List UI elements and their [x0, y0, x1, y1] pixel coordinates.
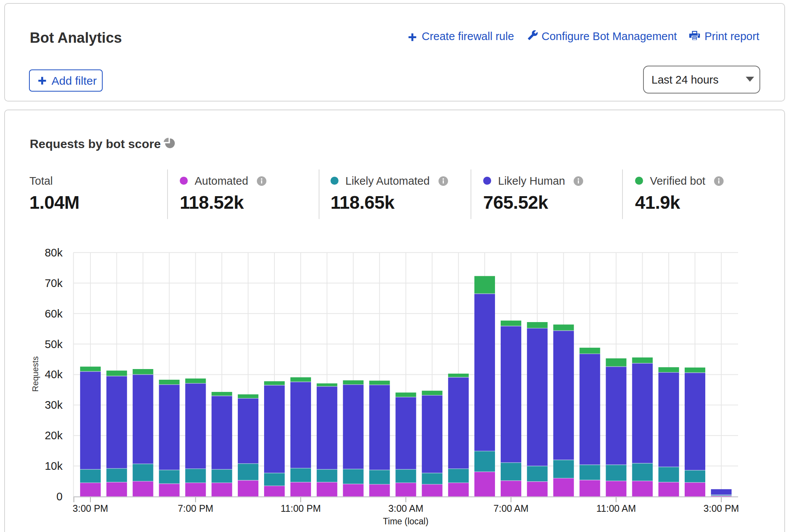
- svg-text:0: 0: [56, 490, 63, 503]
- svg-text:20k: 20k: [45, 429, 63, 442]
- svg-text:60k: 60k: [45, 308, 63, 320]
- svg-text:40k: 40k: [45, 368, 63, 380]
- svg-text:30k: 30k: [45, 399, 63, 411]
- svg-text:Requests: Requests: [31, 356, 40, 392]
- svg-text:10k: 10k: [45, 460, 63, 472]
- svg-text:3:00 PM: 3:00 PM: [703, 503, 739, 514]
- svg-text:11:00 AM: 11:00 AM: [597, 503, 636, 514]
- svg-text:7:00 AM: 7:00 AM: [493, 503, 529, 514]
- svg-text:7:00 PM: 7:00 PM: [178, 503, 213, 514]
- svg-text:3:00 PM: 3:00 PM: [73, 503, 108, 514]
- svg-text:80k: 80k: [45, 247, 63, 259]
- svg-text:50k: 50k: [45, 338, 63, 350]
- svg-text:70k: 70k: [45, 277, 63, 289]
- svg-text:Time (local): Time (local): [383, 516, 428, 526]
- svg-text:3:00 AM: 3:00 AM: [389, 503, 424, 514]
- svg-text:11:00 PM: 11:00 PM: [281, 503, 321, 514]
